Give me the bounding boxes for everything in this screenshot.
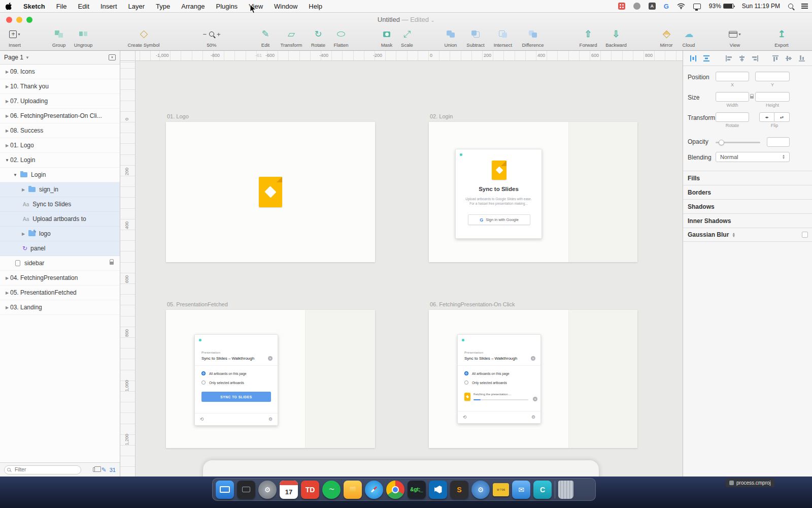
chrome-app-icon[interactable]	[386, 481, 404, 499]
status-a-app[interactable]: A	[645, 0, 660, 13]
menu-arrange[interactable]: Arrange	[176, 0, 210, 13]
status-battery[interactable]: 93%	[705, 0, 738, 13]
login-card[interactable]: Sync to Slides Upload artboards to Googl…	[455, 149, 542, 239]
align-center-horizontal-icon[interactable]	[738, 55, 746, 62]
status-spotlight[interactable]	[784, 0, 797, 13]
toolbar-intersect[interactable]: Intersect	[489, 27, 517, 48]
canvas[interactable]: 01. Logo 02. Login Sync to Slides Upload…	[136, 61, 683, 477]
disclosure-icon[interactable]: ▶	[4, 129, 10, 133]
disclosure-open-icon[interactable]: ▼	[4, 158, 10, 163]
disclosure-open-icon[interactable]: ▼	[12, 173, 18, 177]
artboard-title[interactable]: 06. FetchingPresentation-On Click	[430, 301, 515, 307]
cancel-progress-icon[interactable]: ×	[533, 397, 537, 401]
menu-help[interactable]: Help	[303, 0, 328, 13]
disclosure-icon[interactable]: ▶	[4, 276, 10, 280]
menu-type[interactable]: Type	[150, 0, 176, 13]
toolbar-union[interactable]: Union	[439, 27, 462, 48]
utility-app-icon[interactable]: ⚙	[258, 481, 277, 499]
layer-row-artboard[interactable]: ▶08. Success	[0, 123, 120, 138]
horizontal-ruler[interactable]: -1,000 -800 -61 -600 -400 -200 0 200 400…	[136, 51, 683, 61]
radio-all-artboards[interactable]	[201, 371, 206, 375]
layer-row-artboard[interactable]: ▶01. Logo	[0, 138, 120, 153]
screenshot-app-icon[interactable]	[237, 481, 255, 499]
zoom-in-icon[interactable]: +	[217, 30, 221, 38]
height-field[interactable]	[755, 92, 790, 102]
menu-edit[interactable]: Edit	[73, 0, 95, 13]
artboard-peek[interactable]	[203, 460, 599, 477]
radio-selected-artboards[interactable]	[464, 380, 468, 385]
align-top-icon[interactable]	[772, 55, 779, 62]
toolbar-subtract[interactable]: Subtract	[463, 27, 488, 48]
status-display[interactable]	[689, 0, 705, 13]
vertical-ruler[interactable]: 0 200 400 600 800 1,000 1,200	[120, 61, 136, 477]
artboard-login[interactable]: 02. Login Sync to Slides Upload artboard…	[429, 122, 637, 262]
page-selector[interactable]: Page 1 ▼ ▼	[0, 51, 120, 65]
status-google[interactable]: G	[660, 0, 673, 13]
spotify-app-icon[interactable]: 〜	[322, 481, 341, 499]
flip-vertical-button[interactable]: ▴▾	[774, 112, 790, 122]
toolbar-cloud[interactable]: ☁ Cloud	[678, 27, 699, 48]
project-chip[interactable]: process.cmproj	[726, 478, 774, 487]
disclosure-icon[interactable]: ▶	[20, 187, 26, 192]
status-notification-center[interactable]	[797, 0, 812, 13]
gaussian-blur-checkbox[interactable]	[802, 232, 808, 238]
disclosure-icon[interactable]: ▶	[4, 114, 10, 118]
toolbar-scale[interactable]: ⤢ Scale	[397, 27, 417, 48]
layer-row-symbol[interactable]: ↻panel	[0, 241, 120, 256]
terminal-app-icon[interactable]: &gt;_	[408, 481, 426, 499]
distribute-vertical-icon[interactable]	[703, 55, 710, 62]
trash-icon[interactable]	[558, 481, 573, 499]
menu-window[interactable]: Window	[268, 0, 303, 13]
cleanmymac-app-icon[interactable]: C	[533, 481, 552, 499]
toolbar-mask[interactable]: Mask	[377, 27, 397, 48]
stepper-icon[interactable]: ▲▼	[732, 232, 735, 237]
toolbar-create-symbol[interactable]: Create Symbol	[122, 27, 165, 48]
toolbar-zoom[interactable]: −+ 50%	[197, 27, 226, 48]
toolbar-group[interactable]: Group	[49, 27, 69, 48]
toolbar-export[interactable]: ↥ Export	[769, 27, 794, 48]
toolbar-mirror[interactable]: Mirror	[656, 27, 677, 48]
rotate-field[interactable]	[716, 112, 749, 122]
pen-icon[interactable]: ✎	[101, 466, 107, 473]
position-x-field[interactable]	[716, 72, 749, 81]
layer-row-artboard[interactable]: ▶03. Landing	[0, 300, 120, 315]
layer-row-artboard[interactable]: ▶04. FetchingPresentation	[0, 271, 120, 285]
section-borders[interactable]: Borders	[683, 185, 812, 199]
status-wifi[interactable]	[673, 0, 689, 13]
section-fills[interactable]: Fills	[683, 171, 812, 185]
toolbar-forward[interactable]: ⇧ Forward	[576, 27, 601, 48]
artboard-title[interactable]: 01. Logo	[167, 113, 189, 119]
vscode-app-icon[interactable]	[429, 481, 447, 499]
display-app-icon[interactable]	[216, 481, 234, 499]
gear-icon[interactable]: ⚙	[531, 415, 535, 420]
layer-row-artboard-expanded[interactable]: ▼02. Login	[0, 153, 120, 168]
preferences-app-icon[interactable]: ⚙	[471, 481, 490, 499]
aspect-lock-icon[interactable]	[750, 96, 754, 99]
status-record[interactable]	[614, 0, 629, 13]
calendar-app-icon[interactable]: 17	[280, 481, 298, 499]
disclosure-icon[interactable]: ▶	[4, 70, 10, 74]
menu-layer[interactable]: Layer	[123, 0, 151, 13]
zoom-out-icon[interactable]: −	[202, 30, 207, 38]
layer-row-text[interactable]: AaSync to Slides	[0, 197, 120, 212]
opacity-field[interactable]	[767, 137, 790, 147]
refresh-icon[interactable]: ⟲	[200, 417, 204, 422]
status-cloud[interactable]	[629, 0, 645, 13]
distribute-horizontal-icon[interactable]	[690, 55, 697, 62]
toolbar-ungroup[interactable]: Ungroup	[70, 27, 96, 48]
section-inner-shadows[interactable]: Inner Shadows	[683, 213, 812, 228]
toolbar-backward[interactable]: ⇩ Backward	[602, 27, 630, 48]
slides-logo-icon[interactable]	[259, 177, 282, 207]
artboard-title[interactable]: 02. Login	[430, 113, 453, 119]
lock-icon[interactable]	[110, 262, 114, 265]
menu-insert[interactable]: Insert	[95, 0, 123, 13]
disclosure-icon[interactable]: ▶	[4, 305, 10, 310]
toolbar-rotate[interactable]: ↻ Rotate	[308, 27, 329, 48]
disclosure-icon[interactable]: ▶	[4, 84, 10, 89]
close-icon[interactable]: ×	[268, 356, 273, 361]
layer-row-folder[interactable]: ▶sign_in	[0, 182, 120, 197]
close-icon[interactable]: ×	[531, 356, 535, 361]
radio-all-artboards[interactable]	[464, 371, 468, 375]
align-left-icon[interactable]	[725, 55, 732, 62]
align-right-icon[interactable]	[752, 55, 759, 62]
